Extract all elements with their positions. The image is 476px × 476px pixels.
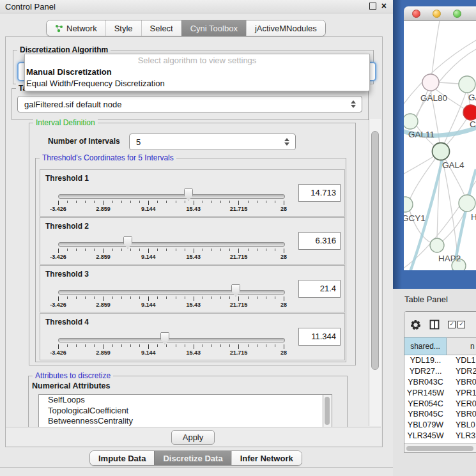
scrollbar-thumb[interactable] (406, 446, 473, 451)
table-row[interactable]: YBR043CYBR0 (404, 377, 476, 388)
control-panel-titlebar: Control Panel × (0, 0, 393, 13)
close-icon[interactable]: × (381, 3, 387, 10)
checkbox-icon[interactable]: ✓ (457, 321, 465, 328)
network-window-frame: GAL80 GA C GAL11 GAL4 GCY1 H HAP2 (393, 0, 476, 289)
top-tabbar: Network Style Select Cyni Toolbox jActiv… (46, 20, 326, 36)
panel-title: Control Panel (0, 2, 56, 12)
popup-option-equal-width[interactable]: Equal Width/Frequency Discretization (25, 78, 369, 89)
slider-handle[interactable] (123, 236, 132, 249)
combo-arrows-icon (284, 138, 289, 146)
intervals-value: 5 (136, 137, 141, 147)
number-of-intervals-label: Number of Intervals (48, 137, 120, 146)
list-item[interactable]: TopologicalCoefficient (39, 406, 323, 417)
slider-track[interactable] (58, 242, 285, 247)
popup-hint: Select algorithm to view settings (25, 54, 369, 66)
slider-ticks (58, 296, 285, 302)
tab-infer-network[interactable]: Infer Network (231, 451, 302, 465)
node-partial-top[interactable] (459, 76, 475, 93)
number-of-intervals-combobox[interactable]: 5 (129, 134, 296, 150)
table-row[interactable]: YBR045CYBR0 (404, 409, 476, 420)
slider-handle[interactable] (231, 284, 240, 296)
float-window-icon[interactable] (369, 3, 376, 10)
table-header-row: shared... n (404, 337, 476, 355)
node-gcy1[interactable] (404, 197, 413, 212)
threshold-value-field[interactable]: 11.344 (298, 328, 341, 346)
threshold-value-field[interactable]: 21.4 (298, 280, 341, 298)
table-data-value: galFiltered.sif default node (24, 100, 121, 109)
table-row[interactable]: YDL19...YDL1 (404, 355, 476, 366)
node-gal11[interactable] (404, 114, 418, 129)
column-header-name[interactable]: n (447, 337, 476, 355)
attributes-scrollbar[interactable] (323, 394, 332, 427)
panel-scrollbar[interactable] (369, 119, 381, 426)
minimize-traffic-button[interactable] (433, 10, 441, 18)
close-traffic-button[interactable] (412, 10, 420, 18)
svg-text:GAL11: GAL11 (408, 130, 434, 139)
slider-ticks (58, 249, 285, 254)
apply-button[interactable]: Apply (171, 430, 215, 445)
table-row[interactable]: YPR145WYPR1 (404, 388, 476, 399)
threshold-value-field[interactable]: 14.713 (298, 184, 341, 202)
table-data-combobox[interactable]: galFiltered.sif default node (17, 96, 362, 112)
tab-style[interactable]: Style (105, 20, 141, 36)
bottom-tabbar: Impute Data Discretize Data Infer Networ… (89, 450, 302, 466)
table-row[interactable]: YER054CYER0 (404, 399, 476, 410)
table-rows: YDL19...YDL1 YDR27...YDR2 YBR043CYBR0 YP… (404, 355, 476, 452)
node-gal80[interactable] (422, 74, 439, 91)
slider-track[interactable] (58, 338, 285, 342)
group-label: Attributes to discretize (33, 371, 113, 380)
group-label: Threshold's Coordinates for 5 Intervals (40, 153, 176, 162)
slider-ticks (58, 344, 285, 349)
svg-text:GCY1: GCY1 (404, 213, 426, 223)
table-panel-content: ✓ ✓ shared... n YDL19...YDL1 YDR27...YDR… (404, 311, 476, 453)
table-panel-title: Table Panel (404, 295, 448, 304)
tab-discretize-data[interactable]: Discretize Data (154, 451, 231, 465)
node-selected-red[interactable] (463, 105, 476, 120)
list-item[interactable]: SelfLoops (39, 395, 323, 406)
tab-select[interactable]: Select (141, 20, 181, 36)
column-header-shared-name[interactable]: shared... (404, 337, 447, 355)
scrollbar-thumb[interactable] (371, 131, 379, 370)
apply-strip: Apply (6, 427, 381, 446)
tab-impute-data[interactable]: Impute Data (90, 451, 154, 465)
group-label: Interval Definition (33, 118, 98, 127)
popup-option-manual[interactable]: Manual Discretization (25, 66, 369, 78)
slider-track[interactable] (58, 194, 285, 199)
scrollbar-thumb[interactable] (325, 397, 330, 425)
combo-arrows-icon (351, 100, 356, 108)
threshold-3-panel: Threshold 3 -3.4262.8599.14415.4321.7152… (40, 265, 345, 312)
tab-label: Network (66, 24, 97, 33)
table-row[interactable]: YDR27...YDR2 (404, 366, 476, 377)
table-horizontal-scrollbar[interactable] (404, 443, 476, 453)
tab-jactivemnodules[interactable]: jActiveMNodules (246, 20, 325, 36)
numerical-attributes-label: Numerical Attributes (32, 381, 110, 390)
group-label: Discretization Algorithm (17, 45, 111, 54)
network-icon (55, 24, 63, 33)
table-row[interactable]: YBL079WYBL0 (404, 420, 476, 431)
svg-text:HAP2: HAP2 (438, 254, 461, 263)
threshold-value-field[interactable]: 6.316 (298, 232, 341, 250)
node-partial-h[interactable] (459, 195, 475, 211)
split-columns-icon[interactable] (429, 319, 440, 330)
threshold-4-panel: Threshold 4 -3.4262.8599.14415.4321.7152… (40, 313, 345, 360)
gear-icon[interactable] (410, 319, 421, 330)
network-window-titlebar[interactable] (404, 6, 476, 21)
slider-handle[interactable] (160, 332, 169, 344)
network-view[interactable]: GAL80 GA C GAL11 GAL4 GCY1 H HAP2 (404, 21, 476, 270)
algorithm-dropdown-popup: Select algorithm to view settings Manual… (24, 54, 370, 91)
node-hap2[interactable] (430, 238, 444, 252)
svg-text:GA: GA (468, 93, 476, 102)
screen: Control Panel × Network Style Select Cyn… (0, 0, 476, 476)
svg-text:H: H (471, 212, 476, 222)
zoom-traffic-button[interactable] (453, 10, 461, 18)
svg-text:GAL80: GAL80 (420, 93, 447, 103)
slider-track[interactable] (58, 290, 285, 295)
checkbox-icon[interactable]: ✓ (448, 321, 456, 328)
node-gal4[interactable] (433, 143, 450, 160)
slider-handle[interactable] (184, 188, 193, 201)
tab-cyni-toolbox[interactable]: Cyni Toolbox (181, 20, 246, 36)
table-row[interactable]: YLR345WYLR3 (404, 431, 476, 441)
threshold-1-panel: Threshold 1 -3.4262.8599.14415.4321.7152… (40, 169, 345, 217)
list-item[interactable]: BetweennessCentrality (39, 416, 323, 427)
tab-network[interactable]: Network (47, 20, 105, 36)
